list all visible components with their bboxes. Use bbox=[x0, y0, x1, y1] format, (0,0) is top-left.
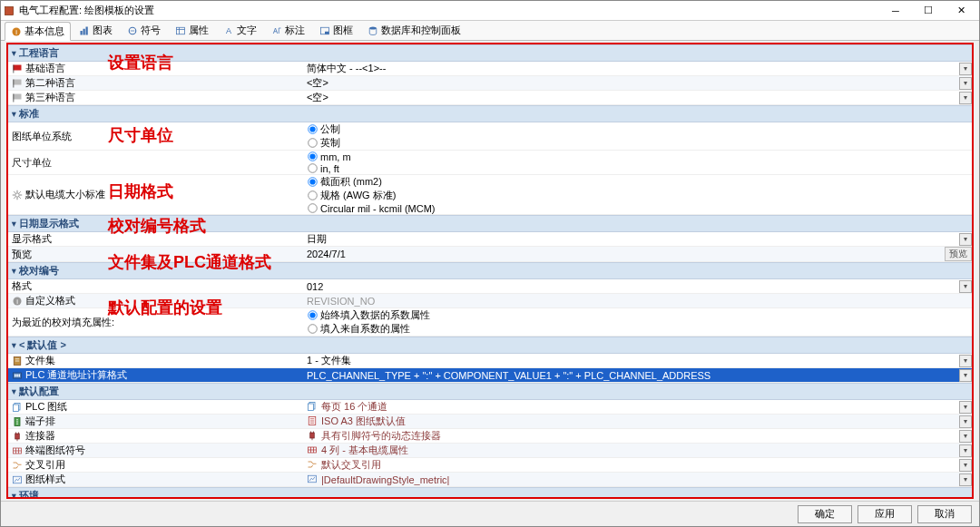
property-row[interactable]: 交叉引用默认交叉引用▾ bbox=[8, 458, 972, 473]
tab-symbol[interactable]: 符号 bbox=[121, 21, 167, 40]
group-header[interactable]: 标准 bbox=[8, 105, 972, 122]
preview-button[interactable]: 预览 bbox=[945, 247, 972, 261]
property-value[interactable]: 具有引脚符号的动态连接器 bbox=[303, 429, 959, 443]
radio-option[interactable]: 始终填入数据的系数属性 bbox=[307, 308, 430, 322]
property-value[interactable]: <空> bbox=[303, 91, 959, 104]
tab-label: 文字 bbox=[237, 24, 257, 37]
tab-label: 标注 bbox=[285, 24, 305, 37]
group-header[interactable]: < 默认值 > bbox=[8, 337, 972, 354]
apply-button[interactable]: 应用 bbox=[858, 505, 912, 523]
svg-rect-27 bbox=[14, 405, 19, 412]
property-row[interactable]: 基础语言简体中文 - --<1>--▾ bbox=[8, 62, 972, 76]
dropdown-button[interactable]: ▾ bbox=[959, 63, 972, 75]
property-value[interactable]: 4 列 - 基本电缆属性 bbox=[303, 444, 959, 457]
ref-icon bbox=[12, 445, 23, 456]
property-value[interactable]: |DefaultDrawingStyle_metric| bbox=[303, 473, 959, 486]
dropdown-button[interactable]: ▾ bbox=[959, 459, 972, 472]
property-row[interactable]: 预览2024/7/1预览 bbox=[8, 247, 972, 262]
property-value[interactable]: <空> bbox=[303, 76, 959, 90]
radio-option[interactable]: Circular mil - kcmil (MCM) bbox=[307, 202, 435, 214]
group-header[interactable]: 环境 bbox=[8, 487, 972, 499]
property-row[interactable]: 第二种语言<空>▾ bbox=[8, 76, 972, 91]
dropdown-button[interactable]: ▾ bbox=[959, 444, 972, 457]
property-row[interactable]: 图纸样式|DefaultDrawingStyle_metric|▾ bbox=[8, 473, 972, 487]
property-row[interactable]: 连接器具有引脚符号的动态连接器▾ bbox=[8, 429, 972, 444]
terminal-icon bbox=[12, 416, 23, 427]
dropdown-button[interactable]: ▾ bbox=[959, 415, 972, 428]
draw-icon bbox=[12, 474, 23, 485]
radio-option[interactable]: 公制 bbox=[307, 122, 340, 136]
property-row[interactable]: 第三种语言<空>▾ bbox=[8, 91, 972, 105]
property-row[interactable]: 为最近的校对填充属性: 始终填入数据的系数属性 填入来自系数的属性 bbox=[8, 308, 972, 337]
dropdown-button[interactable]: ▾ bbox=[959, 77, 972, 90]
mark-icon bbox=[271, 25, 282, 36]
close-button[interactable]: ✕ bbox=[945, 2, 977, 20]
property-value[interactable]: 012 bbox=[303, 281, 959, 292]
dropdown-button[interactable]: ▾ bbox=[959, 355, 972, 367]
tab-attr[interactable]: 属性 bbox=[169, 21, 215, 40]
radio-option[interactable]: 英制 bbox=[307, 136, 340, 150]
property-row[interactable]: 终端图纸符号4 列 - 基本电缆属性▾ bbox=[8, 444, 972, 458]
group-header[interactable]: 工程语言 bbox=[8, 44, 972, 62]
property-row[interactable]: 默认电缆大小标准 截面积 (mm2) 规格 (AWG 标准) Circular … bbox=[8, 175, 972, 215]
group-header[interactable]: 默认配置 bbox=[8, 383, 972, 400]
tab-text[interactable]: A文字 bbox=[217, 21, 263, 40]
dropdown-button[interactable]: ▾ bbox=[959, 280, 972, 293]
property-value[interactable]: 默认交叉引用 bbox=[303, 458, 959, 472]
tab-chart[interactable]: 图表 bbox=[73, 21, 119, 40]
property-row[interactable]: PLC 通道地址计算格式PLC_CHANNEL_TYPE + ":" + COM… bbox=[8, 368, 972, 383]
property-value[interactable]: 1 - 文件集 bbox=[303, 354, 959, 367]
property-value[interactable]: REVISION_NO bbox=[303, 296, 959, 307]
property-value[interactable]: 2024/7/1 bbox=[303, 249, 945, 259]
minimize-button[interactable]: ─ bbox=[879, 2, 912, 20]
radio-option[interactable]: 填入来自系数的属性 bbox=[307, 322, 430, 336]
property-row[interactable]: i自定义格式REVISION_NO bbox=[8, 294, 972, 308]
property-row[interactable]: 显示格式日期▾ bbox=[8, 232, 972, 247]
property-row[interactable]: 端子排ISO A3 图纸默认值▾ bbox=[8, 415, 972, 429]
radio-option[interactable]: in, ft bbox=[307, 162, 351, 174]
dropdown-button[interactable]: ▾ bbox=[959, 233, 972, 246]
symbol-icon bbox=[127, 25, 138, 36]
property-row[interactable]: 文件集1 - 文件集▾ bbox=[8, 354, 972, 368]
property-row[interactable]: PLC 图纸每页 16 个通道▾ bbox=[8, 400, 972, 415]
tab-mark[interactable]: 标注 bbox=[265, 21, 311, 40]
property-row[interactable]: 图纸单位系统 公制 英制 bbox=[8, 122, 972, 151]
property-value[interactable]: 公制 英制 bbox=[303, 122, 959, 150]
svg-text:A: A bbox=[226, 26, 231, 35]
dropdown-button[interactable]: ▾ bbox=[959, 369, 972, 382]
cancel-button[interactable]: 取消 bbox=[917, 505, 972, 523]
dialog-footer: 确定 应用 取消 bbox=[1, 501, 979, 526]
tab-title[interactable]: 图框 bbox=[313, 21, 359, 40]
property-value[interactable]: mm, m in, ft bbox=[303, 151, 959, 174]
tab-strip: i基本信息图表符号属性A文字标注图框数据库和控制面板 bbox=[1, 21, 979, 41]
property-value[interactable]: 日期 bbox=[303, 232, 959, 246]
property-value[interactable]: 每页 16 个通道 bbox=[303, 400, 959, 414]
svg-rect-17 bbox=[14, 93, 15, 102]
property-value[interactable]: PLC_CHANNEL_TYPE + ":" + COMPONENT_VALUE… bbox=[303, 370, 959, 381]
radio-option[interactable]: 截面积 (mm2) bbox=[307, 175, 435, 189]
text-icon: A bbox=[223, 25, 234, 36]
content-panel[interactable]: 设置语言 尺寸单位 日期格式 校对编号格式 文件集及PLC通道格式 默认配置的设… bbox=[6, 43, 974, 499]
property-value[interactable]: 简体中文 - --<1>-- bbox=[303, 62, 959, 75]
dropdown-button[interactable]: ▾ bbox=[959, 92, 972, 104]
tab-label: 属性 bbox=[189, 24, 209, 37]
radio-option[interactable]: 规格 (AWG 标准) bbox=[307, 189, 435, 202]
group-header[interactable]: 校对编号 bbox=[8, 262, 972, 279]
tab-db[interactable]: 数据库和控制面板 bbox=[361, 21, 467, 40]
tab-label: 图框 bbox=[333, 24, 353, 37]
tab-info[interactable]: i基本信息 bbox=[5, 22, 71, 41]
db-icon bbox=[368, 25, 378, 36]
property-value[interactable]: 截面积 (mm2) 规格 (AWG 标准) Circular mil - kcm… bbox=[303, 175, 959, 214]
property-row[interactable]: 格式012▾ bbox=[8, 279, 972, 294]
group-header[interactable]: 日期显示格式 bbox=[8, 215, 972, 232]
property-row[interactable]: 尺寸单位 mm, m in, ft bbox=[8, 151, 972, 175]
radio-option[interactable]: mm, m bbox=[307, 151, 351, 162]
dropdown-button[interactable]: ▾ bbox=[959, 401, 972, 414]
property-value[interactable]: ISO A3 图纸默认值 bbox=[303, 415, 959, 428]
dropdown-button[interactable]: ▾ bbox=[959, 430, 972, 443]
property-value[interactable]: 始终填入数据的系数属性 填入来自系数的属性 bbox=[303, 308, 959, 336]
ok-button[interactable]: 确定 bbox=[798, 505, 852, 523]
svg-rect-0 bbox=[5, 6, 14, 15]
dropdown-button[interactable]: ▾ bbox=[959, 473, 972, 486]
maximize-button[interactable]: ☐ bbox=[912, 2, 945, 20]
